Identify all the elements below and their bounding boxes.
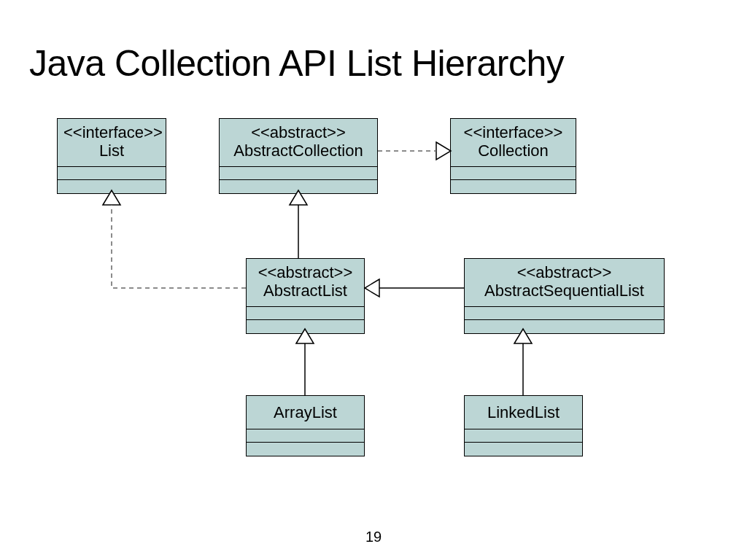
class-name: ArrayList: [274, 403, 337, 421]
class-name: List: [99, 141, 124, 160]
uml-class-abstract-list: <<abstract>> AbstractList: [246, 258, 365, 334]
uml-class-list: <<interface>> List: [57, 118, 166, 194]
stereotype: <<abstract>>: [258, 263, 353, 281]
stereotype: <<interface>>: [63, 123, 163, 141]
diagram-canvas: <<interface>> List <<abstract>> Abstract…: [0, 0, 747, 560]
stereotype: <<abstract>>: [251, 123, 346, 141]
uml-class-abstract-collection: <<abstract>> AbstractCollection: [219, 118, 378, 194]
class-name: LinkedList: [487, 403, 560, 421]
stereotype: <<abstract>>: [517, 263, 612, 281]
class-name: Collection: [478, 141, 549, 160]
page-number: 19: [365, 529, 382, 545]
uml-class-linked-list: LinkedList: [464, 395, 583, 456]
uml-class-abstract-sequential-list: <<abstract>> AbstractSequentialList: [464, 258, 665, 334]
stereotype: <<interface>>: [464, 123, 563, 141]
uml-class-collection: <<interface>> Collection: [450, 118, 576, 194]
class-name: AbstractList: [263, 281, 347, 300]
class-name: AbstractCollection: [233, 141, 363, 160]
class-name: AbstractSequentialList: [484, 281, 644, 300]
uml-class-array-list: ArrayList: [246, 395, 365, 456]
